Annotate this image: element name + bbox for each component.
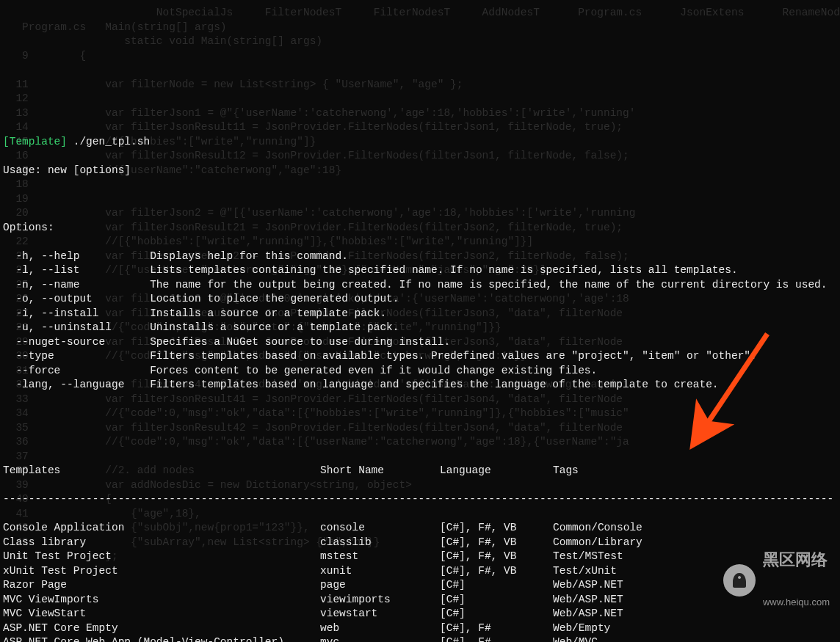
option-row: -i, --install Installs a source or a tem…	[3, 307, 837, 321]
watermark: 黑区网络 www.heiqu.com	[723, 523, 830, 638]
cell-lang: [C#], F#	[440, 621, 553, 636]
cell-name: Class library	[3, 536, 320, 550]
template-row: MVC ViewStartviewstart[C#]Web/ASP.NET	[3, 607, 837, 621]
command-text: ./gen_tpl.sh	[73, 136, 150, 147]
option-row: --nuget-source Specifies a NuGet source …	[3, 335, 837, 350]
cell-name: ASP.NET Core Empty	[3, 621, 320, 636]
template-row: ASP.NET Core Emptyweb[C#], F#Web/Empty	[3, 621, 837, 636]
option-row: -n, --name The name for the output being…	[3, 278, 837, 293]
col-shortname: Short Name	[320, 464, 440, 478]
cell-lang: [C#], F#, VB	[440, 521, 553, 536]
cell-lang: [C#]	[440, 607, 553, 621]
cell-short: xunit	[320, 564, 440, 579]
option-row: --force Forces content to be generated e…	[3, 364, 837, 379]
cell-short: mstest	[320, 550, 440, 564]
cell-short: viewimports	[320, 593, 440, 608]
cell-lang: [C#], F#, VB	[440, 550, 553, 564]
cell-short: viewstart	[320, 607, 440, 621]
cell-name: MVC ViewImports	[3, 593, 320, 608]
option-row: -l, --list Lists templates containing th…	[3, 263, 837, 278]
option-row: -u, --uninstall Uninstalls a source or a…	[3, 321, 837, 335]
template-row: ASP.NET Core Web App (Model-View-Control…	[3, 635, 837, 642]
cell-short: page	[320, 578, 440, 593]
option-row: -h, --help Displays help for this comman…	[3, 249, 837, 264]
cell-lang: [C#], F#	[440, 635, 553, 642]
template-row: Razor Pagepage[C#]Web/ASP.NET	[3, 578, 837, 593]
prompt-label: [Template]	[3, 136, 67, 147]
template-row: Console Applicationconsole[C#], F#, VBCo…	[3, 521, 837, 536]
cell-lang: [C#]	[440, 578, 553, 593]
usage-line: Usage: new [options]	[3, 164, 837, 178]
watermark-url: www.heiqu.com	[763, 597, 830, 609]
col-tags: Tags	[553, 464, 837, 478]
table-header-row: Templates Short Name Language Tags	[3, 464, 837, 478]
cell-short: mvc	[320, 635, 440, 642]
cell-name: Unit Test Project	[3, 550, 320, 564]
options-header: Options:	[3, 221, 837, 236]
cell-name: Razor Page	[3, 578, 320, 593]
cell-lang: [C#]	[440, 593, 553, 608]
col-templates: Templates	[3, 464, 320, 478]
cell-short: classlib	[320, 536, 440, 550]
watermark-name: 黑区网络	[763, 552, 830, 568]
cell-short: web	[320, 621, 440, 636]
cell-name: xUnit Test Project	[3, 564, 320, 579]
col-language: Language	[440, 464, 553, 478]
option-row: -lang, --language Filters templates base…	[3, 378, 837, 393]
cell-name: ASP.NET Core Web App (Model-View-Control…	[3, 635, 320, 642]
terminal-output: [Template] ./gen_tpl.sh Usage: new [opti…	[3, 120, 837, 642]
template-row: MVC ViewImportsviewimports[C#]Web/ASP.NE…	[3, 593, 837, 608]
cell-short: console	[320, 521, 440, 536]
cell-name: MVC ViewStart	[3, 607, 320, 621]
cell-lang: [C#], F#, VB	[440, 536, 553, 550]
template-row: Unit Test Projectmstest[C#], F#, VBTest/…	[3, 550, 837, 564]
table-separator: ----------------------------------------…	[3, 492, 837, 507]
cell-lang: [C#], F#, VB	[440, 564, 553, 579]
template-row: Class libraryclasslib[C#], F#, VBCommon/…	[3, 536, 837, 550]
template-row: xUnit Test Projectxunit[C#], F#, VBTest/…	[3, 564, 837, 579]
cell-name: Console Application	[3, 521, 320, 536]
option-row: -o, --output Location to place the gener…	[3, 292, 837, 307]
option-row: --type Filters templates based on availa…	[3, 349, 837, 364]
watermark-logo-icon	[723, 564, 756, 597]
